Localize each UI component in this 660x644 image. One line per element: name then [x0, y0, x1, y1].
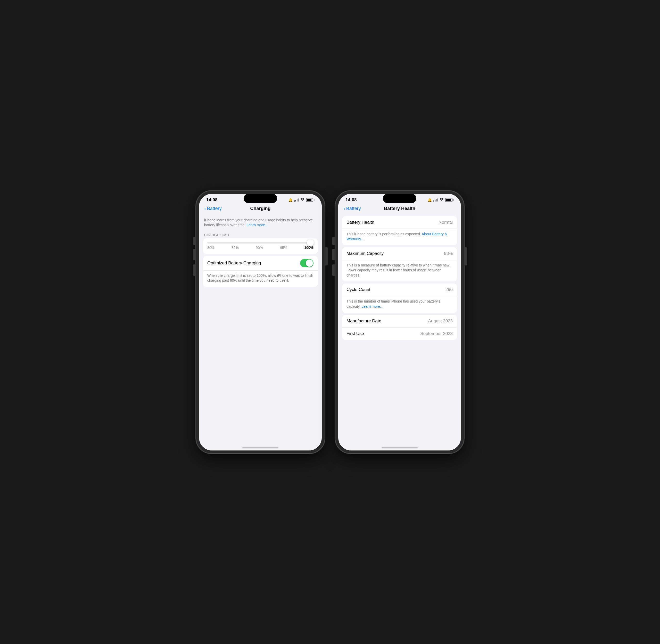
power-button [325, 247, 328, 266]
back-label-2[interactable]: Battery [346, 206, 361, 211]
slider-label-90: 90% [256, 246, 263, 250]
toggle-row: Optimized Battery Charging [203, 256, 317, 270]
power-button-2 [464, 247, 467, 266]
manufacture-date-value: August 2023 [428, 319, 453, 324]
battery-health-card: Battery Health Normal This iPhone batter… [343, 216, 457, 245]
battery-health-label: Battery Health [347, 220, 374, 225]
info-text: iPhone learns from your charging and usa… [203, 216, 317, 231]
signal-bars [294, 199, 299, 202]
wifi-icon-2 [440, 198, 444, 202]
dates-card: Manufacture Date August 2023 First Use S… [343, 315, 457, 340]
content-area-1: iPhone learns from your charging and usa… [199, 214, 322, 442]
slider-thumb[interactable] [307, 239, 314, 246]
battery-icon-2 [445, 198, 454, 202]
cycle-count-value: 296 [445, 287, 453, 292]
back-chevron-icon-2: ‹ [344, 206, 345, 212]
max-capacity-card: Maximum Capacity 88% This is a measure o… [343, 247, 457, 282]
phone-1: 14:08 🔔 [196, 191, 325, 454]
nav-bar-2: ‹ Battery Battery Health [338, 205, 461, 214]
first-use-value: September 2023 [420, 331, 453, 336]
optimized-charging-card: Optimized Battery Charging When the char… [203, 256, 317, 287]
status-icons: 🔔 [288, 198, 314, 202]
status-time: 14:08 [206, 198, 217, 203]
cycle-count-card: Cycle Count 296 This is the number of ti… [343, 283, 457, 313]
cycle-count-learn-more-link[interactable]: Learn more… [361, 304, 383, 308]
cycle-count-label: Cycle Count [347, 287, 371, 292]
slider-labels: 80% 85% 90% 95% 100% [207, 246, 313, 250]
cycle-count-description: This is the number of times iPhone has u… [343, 296, 457, 313]
signal-bars-2 [433, 199, 438, 202]
status-time-2: 14:08 [346, 198, 356, 203]
section-label: CHARGE LIMIT [203, 231, 317, 238]
first-use-label: First Use [347, 331, 364, 336]
manufacture-date-row: Manufacture Date August 2023 [343, 315, 457, 327]
back-chevron-icon: ‹ [204, 206, 206, 212]
wifi-icon [300, 198, 305, 202]
battery-health-row: Battery Health Normal [343, 216, 457, 229]
toggle-label: Optimized Battery Charging [207, 260, 261, 266]
learn-more-link[interactable]: Learn more… [246, 223, 269, 227]
optimized-charging-toggle[interactable] [300, 259, 313, 267]
toggle-thumb [306, 259, 313, 267]
bell-icon: 🔔 [288, 198, 293, 202]
home-bar-2 [381, 447, 418, 448]
slider-fill [207, 242, 313, 244]
battery-icon [306, 198, 314, 202]
volume-buttons [193, 237, 196, 276]
phone-screen-2: 14:08 🔔 [338, 194, 461, 451]
toggle-description: When the charge limit is set to 100%, al… [203, 270, 317, 287]
battery-health-description: This iPhone battery is performing as exp… [343, 229, 457, 245]
back-button[interactable]: ‹ Battery [204, 206, 222, 212]
nav-bar-1: ‹ Battery Charging [199, 205, 322, 214]
slider-label-100: 100% [304, 246, 313, 250]
volume-buttons-2 [332, 237, 335, 276]
slider-label-80: 80% [207, 246, 215, 250]
battery-health-value: Normal [439, 220, 453, 225]
home-bar [242, 447, 279, 448]
max-capacity-row: Maximum Capacity 88% [343, 247, 457, 260]
page-title: Charging [250, 206, 271, 211]
charge-limit-slider-card: 80% 85% 90% 95% 100% [203, 238, 317, 254]
slider-label-95: 95% [280, 246, 287, 250]
manufacture-date-label: Manufacture Date [347, 319, 381, 324]
bell-icon-2: 🔔 [427, 198, 432, 202]
status-icons-2: 🔔 [427, 198, 454, 202]
dynamic-island [244, 194, 277, 203]
first-use-row: First Use September 2023 [343, 327, 457, 340]
back-button-2[interactable]: ‹ Battery [344, 206, 361, 212]
max-capacity-value: 88% [444, 251, 453, 256]
slider-label-85: 85% [232, 246, 239, 250]
home-indicator-2 [338, 442, 461, 451]
content-area-2: Battery Health Normal This iPhone batter… [338, 214, 461, 442]
dynamic-island-2 [383, 194, 416, 203]
home-indicator [199, 442, 322, 451]
back-label[interactable]: Battery [207, 206, 222, 211]
phone-screen-1: 14:08 🔔 [199, 194, 322, 451]
slider-track[interactable] [207, 242, 313, 244]
page-title-2: Battery Health [384, 206, 415, 211]
cycle-count-row: Cycle Count 296 [343, 283, 457, 296]
max-capacity-label: Maximum Capacity [347, 251, 384, 256]
phone-2: 14:08 🔔 [335, 191, 464, 454]
max-capacity-description: This is a measure of battery capacity re… [343, 260, 457, 282]
